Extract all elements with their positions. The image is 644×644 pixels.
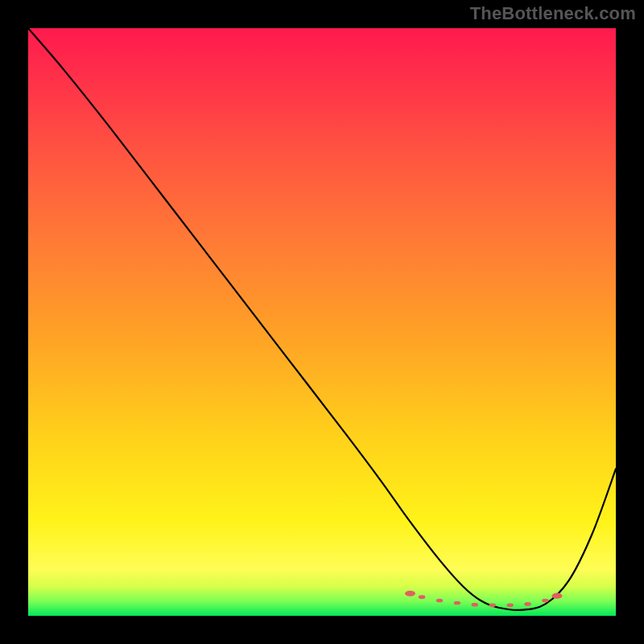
optimal-zone-marker xyxy=(489,604,496,608)
optimal-zone-marker xyxy=(524,602,530,606)
chart-svg xyxy=(28,28,616,616)
optimal-zone-marker xyxy=(419,595,425,599)
chart-container: TheBottleneck.com xyxy=(0,0,644,644)
optimal-zone-marker xyxy=(552,593,563,599)
optimal-zone-marker xyxy=(405,591,415,597)
optimal-zone-marker xyxy=(542,599,548,603)
optimal-zone-marker xyxy=(472,603,478,607)
bottleneck-curve-line xyxy=(28,28,616,610)
optimal-zone-marker xyxy=(436,599,443,603)
optimal-zone-markers xyxy=(405,591,563,607)
attribution-text: TheBottleneck.com xyxy=(470,3,636,24)
optimal-zone-marker xyxy=(454,601,460,605)
optimal-zone-marker xyxy=(506,604,513,608)
